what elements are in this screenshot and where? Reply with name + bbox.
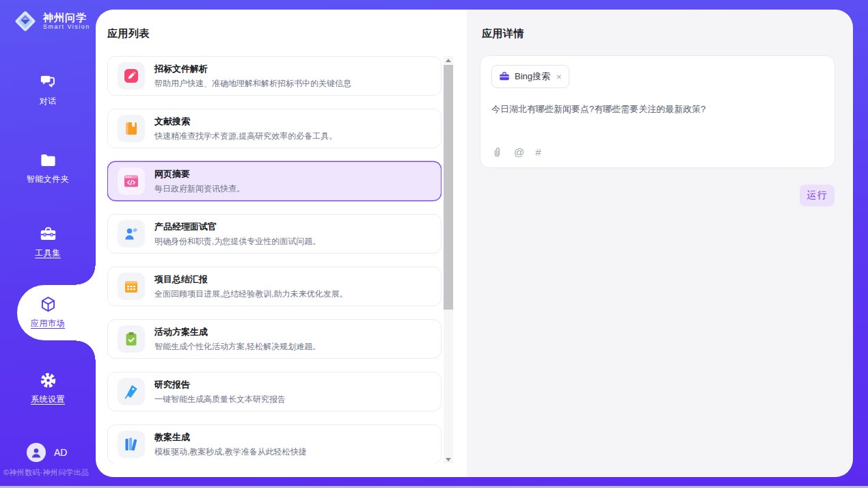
clipboard-check-icon <box>118 325 145 353</box>
scroll-up-button[interactable] <box>444 56 453 64</box>
sidebar-item-toolset[interactable]: 工具集 <box>0 224 96 259</box>
up-arrow-icon <box>446 59 451 62</box>
app-card-project-report[interactable]: 项目总结汇报 全面回顾项目进展,总结经验教训,助力未来优化发展。 <box>107 267 442 306</box>
chat-icon <box>38 72 57 92</box>
prompt-input[interactable]: 今日湖北有哪些新闻要点?有哪些需要关注的最新政策? <box>491 103 819 116</box>
scrollbar-thumb[interactable] <box>444 65 453 310</box>
prompt-card: Bing搜索 × 今日湖北有哪些新闻要点?有哪些需要关注的最新政策? @ # <box>480 55 835 168</box>
books-icon <box>118 431 145 458</box>
app-list: 招标文件解析 帮助用户快速、准确地理解和解析招标书中的关键信息 文献搜索 快速精… <box>107 56 442 463</box>
person-icon <box>29 446 43 459</box>
content-area: 应用列表 招标文件解析 帮助用户快速、准确地理解和解析招标书中的关键信息 文献搜… <box>96 10 853 477</box>
down-arrow-icon <box>446 458 451 461</box>
cube-icon <box>38 295 57 314</box>
pen-square-icon <box>118 62 145 90</box>
sidebar-item-smart-folders[interactable]: 智能文件夹 <box>0 150 96 185</box>
folder-icon <box>38 150 57 170</box>
app-window: 神州问学 Smart Vision 对话 智能文件夹 工具集 应用市场 系统设置 <box>0 0 868 488</box>
app-list-title: 应用列表 <box>107 27 150 40</box>
brand-tagline: Smart Vision <box>43 23 90 31</box>
briefcase-icon <box>499 71 510 82</box>
user-initials: AD <box>54 447 67 458</box>
app-detail-title: 应用详情 <box>482 27 524 40</box>
paperclip-icon[interactable] <box>491 146 503 158</box>
app-card-bid-parse[interactable]: 招标文件解析 帮助用户快速、准确地理解和解析招标书中的关键信息 <box>107 56 442 96</box>
sidebar-item-app-market[interactable]: 应用市场 <box>0 295 96 329</box>
app-list-panel: 应用列表 招标文件解析 帮助用户快速、准确地理解和解析招标书中的关键信息 文献搜… <box>96 10 467 477</box>
app-detail-panel: 应用详情 Bing搜索 × 今日湖北有哪些新闻要点?有哪些需要关注的最新政策? <box>467 10 853 477</box>
sidebar-item-chat[interactable]: 对话 <box>0 72 96 107</box>
mention-icon[interactable]: @ <box>514 147 524 158</box>
copyright: ©神州数码·神州问学出品 <box>3 467 96 478</box>
app-card-literature[interactable]: 文献搜索 快速精准查找学术资源,提高研究效率的必备工具。 <box>107 109 442 148</box>
browser-code-icon <box>118 167 145 195</box>
scroll-down-button[interactable] <box>444 455 453 463</box>
brand-name: 神州问学 <box>43 12 90 23</box>
toolbox-icon <box>38 224 57 243</box>
hash-icon[interactable]: # <box>535 147 541 158</box>
avatar <box>27 443 46 462</box>
pen-nib-icon <box>118 378 145 405</box>
calendar-icon <box>118 273 145 300</box>
user-account[interactable]: AD <box>27 443 67 462</box>
sidebar: 神州问学 Smart Vision 对话 智能文件夹 工具集 应用市场 系统设置 <box>0 0 96 488</box>
app-card-pm-interviewer[interactable]: 产品经理面试官 明确身份和职责,为您提供专业性的面试问题。 <box>107 214 442 254</box>
tool-tag-label: Bing搜索 <box>515 70 550 83</box>
app-card-lesson-plan[interactable]: 教案生成 模板驱动,教案秒成,教学准备从此轻松快捷 <box>107 424 442 463</box>
remove-tool-icon[interactable]: × <box>556 72 562 82</box>
composer-toolbar: @ # <box>491 146 541 158</box>
tool-tag-bing-search[interactable]: Bing搜索 × <box>491 65 569 88</box>
app-card-web-summary[interactable]: 网页摘要 每日政府新闻资讯快查。 <box>107 161 442 201</box>
brand-mark-icon <box>12 8 38 34</box>
book-icon <box>118 115 145 142</box>
brand-logo: 神州问学 Smart Vision <box>12 8 90 34</box>
gear-icon <box>38 370 57 390</box>
run-button[interactable]: 运行 <box>800 185 835 206</box>
sidebar-item-system-settings[interactable]: 系统设置 <box>0 370 96 405</box>
app-list-scrollbar[interactable] <box>444 56 453 463</box>
app-card-research[interactable]: 研究报告 一键智能生成高质量长文本研究报告 <box>107 372 442 411</box>
app-card-activity-plan[interactable]: 活动方案生成 智能生成个性化活动方案,轻松解决规划难题。 <box>107 319 442 359</box>
interviewer-icon <box>118 220 145 247</box>
